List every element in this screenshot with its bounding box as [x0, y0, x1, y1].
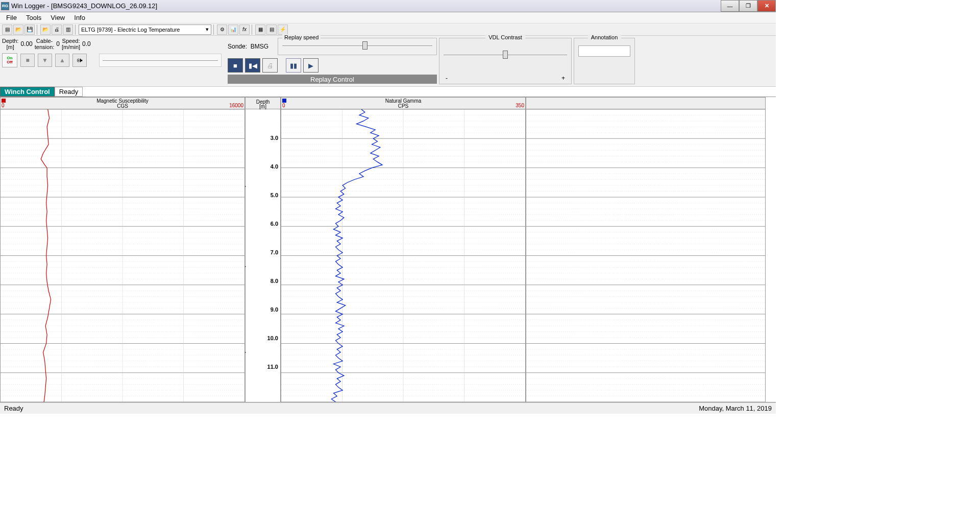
up-button[interactable]: ▲	[55, 54, 69, 67]
pause-button[interactable]: ▮▮	[286, 58, 301, 73]
rewind-button[interactable]: ▮◀	[245, 58, 260, 73]
menu-file[interactable]: File	[2, 13, 21, 22]
sonde-select[interactable]: ELTG [9739] - Electric Log Temperature ▾	[79, 25, 211, 35]
open-icon[interactable]: 📂	[13, 25, 23, 35]
chart-icon[interactable]: 📊	[228, 25, 238, 35]
calendar-icon[interactable]: ▤	[266, 25, 277, 35]
winch-status-row: Winch Control Ready	[0, 87, 776, 97]
print-replay-icon[interactable]: 🖨	[262, 58, 278, 73]
replay-panel: Sonde: BMSG Replay speed ■ ▮◀ 🖨 ▮▮ ▶ Rep…	[228, 38, 437, 84]
toolbar: ▤ 📂 💾 📂 🖨 ▥ ELTG [9739] - Electric Log T…	[0, 23, 776, 36]
speed-lcd: 0.0	[82, 40, 91, 47]
minimize-button[interactable]: —	[721, 0, 739, 12]
stop-button[interactable]: ■	[228, 58, 243, 73]
alarm-icon[interactable]: 🕪	[72, 54, 87, 67]
annotation-group: Annotation	[574, 38, 635, 84]
save-icon[interactable]: 💾	[24, 25, 35, 35]
vdl-contrast-group: VDL Contrast -+	[439, 38, 572, 84]
sonde-select-value: ELTG [9739] - Electric Log Temperature	[81, 27, 180, 33]
replay-speed-slider[interactable]	[282, 41, 432, 50]
statusbar: Ready Monday, March 11, 2019	[0, 402, 776, 414]
close-button[interactable]: ✕	[757, 0, 776, 12]
menu-view[interactable]: View	[46, 13, 69, 22]
menubar: FileToolsViewInfo	[0, 12, 776, 23]
replay-control-bar: Replay Control	[228, 75, 437, 84]
winch-state: Ready	[55, 87, 83, 97]
open2-icon[interactable]: 📂	[40, 25, 51, 35]
log-chart-area: Magnetic SusceptibilityCGS 016000Depth[m…	[0, 97, 776, 402]
depth-lcd: 0.00	[20, 40, 32, 47]
vdl-slider[interactable]	[444, 51, 567, 59]
tension-lcd: 0	[56, 40, 60, 47]
preview-icon[interactable]: ▥	[63, 25, 73, 35]
app-icon: RG	[1, 2, 9, 10]
svg-marker-56	[245, 351, 246, 354]
menu-info[interactable]: Info	[70, 13, 89, 22]
power-toggle[interactable]: OnOff	[2, 53, 17, 67]
svg-marker-54	[245, 185, 246, 188]
replay-speed-group: Replay speed	[278, 38, 437, 55]
menu-tools[interactable]: Tools	[22, 13, 45, 22]
tension-display: Cable-tension:	[35, 38, 55, 50]
log-track-1[interactable]: Natural GammaCPS 0350	[281, 97, 526, 402]
maximize-button[interactable]: ❐	[739, 0, 757, 12]
titlebar: RG Win Logger - [BMSG9243_DOWNLOG_26.09.…	[0, 0, 776, 12]
flash-icon[interactable]: ⚡	[278, 25, 288, 35]
config-icon[interactable]: ⚙	[217, 25, 227, 35]
fx-icon[interactable]: fx	[239, 25, 250, 35]
log-track-blank	[526, 97, 766, 402]
print-icon[interactable]: 🖨	[52, 25, 62, 35]
depth-display: Depth:[m]	[2, 38, 18, 50]
status-date: Monday, March 11, 2019	[699, 405, 772, 412]
annotation-input[interactable]	[578, 45, 630, 57]
window-title: Win Logger - [BMSG9243_DOWNLOG_26.09.12]	[11, 2, 157, 10]
depth-column: Depth[m]3.04.05.06.07.08.09.010.011.0	[245, 97, 281, 402]
log-track-0[interactable]: Magnetic SusceptibilityCGS 016000	[0, 97, 245, 402]
status-text: Ready	[4, 405, 23, 412]
stop-rec-button[interactable]: ■	[20, 54, 35, 67]
control-panels: Depth:[m] 0.00 Cable-tension: 0 Speed:[m…	[0, 36, 776, 87]
svg-marker-55	[245, 265, 246, 268]
grid-icon[interactable]: ▦	[255, 25, 265, 35]
chevron-down-icon: ▾	[206, 26, 209, 33]
down-button[interactable]: ▼	[38, 54, 52, 67]
speed-display: Speed:[m/min]	[62, 38, 80, 50]
winch-slider[interactable]	[99, 54, 222, 67]
play-button[interactable]: ▶	[303, 58, 318, 73]
new-icon[interactable]: ▤	[2, 25, 12, 35]
winch-control-label[interactable]: Winch Control	[0, 87, 55, 97]
